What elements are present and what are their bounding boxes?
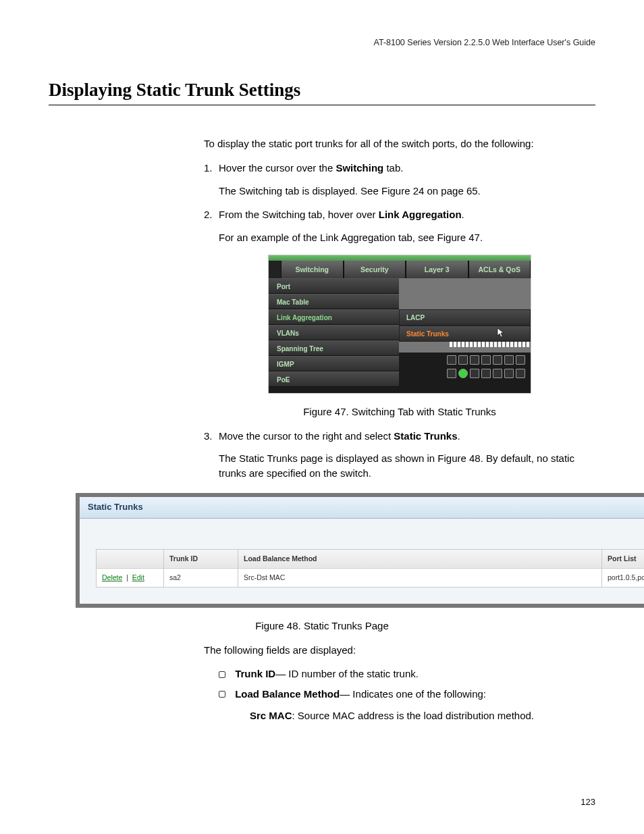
figure-47-caption: Figure 47. Switching Tab with Static Tru… xyxy=(204,405,595,419)
fig48-titlebar: Static Trunks xyxy=(80,497,644,519)
step-1-sub: The Switching tab is displayed. See Figu… xyxy=(219,184,595,199)
fig47-rightcol: LACP Static Trunks xyxy=(399,278,531,393)
fig47-greenbar xyxy=(269,255,531,261)
figure-47: Switching Security Layer 3 ACLs & QoS oa… xyxy=(268,255,531,394)
port-icon xyxy=(493,369,502,378)
submenu-static-trunks[interactable]: Static Trunks xyxy=(399,325,531,342)
field-srcmac: Src MAC: Source MAC address is the load … xyxy=(250,708,595,723)
fig47-tabrow: Switching Security Layer 3 ACLs & QoS xyxy=(269,261,531,278)
fig47-left-pad xyxy=(269,261,281,278)
port-icon xyxy=(470,369,479,378)
field-srcmac-label: Src MAC xyxy=(250,710,292,721)
fig47-ports xyxy=(399,353,531,393)
field-trunkid-label: Trunk ID xyxy=(235,668,275,679)
port-icon xyxy=(447,355,456,365)
tab-layer3[interactable]: Layer 3 xyxy=(406,261,468,278)
table-row: Delete | Edit sa2 Src-Dst MAC port1.0.5,… xyxy=(97,568,645,587)
step-1-b: Switching xyxy=(336,162,383,174)
menu-spanning-tree[interactable]: Spanning Tree xyxy=(269,340,399,356)
tab-switching[interactable]: Switching xyxy=(281,261,344,278)
port-icon xyxy=(447,369,456,378)
field-lbmethod-label: Load Balance Method xyxy=(235,688,340,700)
cell-trunkid: sa2 xyxy=(164,568,238,587)
cell-method: Src-Dst MAC xyxy=(238,568,602,587)
delete-link[interactable]: Delete xyxy=(102,573,122,581)
static-trunks-table: Trunk ID Load Balance Method Port List D… xyxy=(96,549,644,588)
step-1: 1.Hover the cursor over the Switching ta… xyxy=(204,161,595,199)
page-title: Displaying Static Trunk Settings xyxy=(49,80,595,105)
step-3: 3.Move the cursor to the right and selec… xyxy=(204,429,595,481)
step-2-sub: For an example of the Link Aggregation t… xyxy=(219,230,595,245)
port-icon xyxy=(458,355,468,365)
submenu-lacp[interactable]: LACP xyxy=(399,309,531,325)
fig47-porttoprow xyxy=(399,342,531,347)
menu-poe[interactable]: PoE xyxy=(269,371,399,387)
col-method: Load Balance Method xyxy=(238,549,602,568)
step-2-num: 2. xyxy=(204,207,219,222)
checkbox-icon xyxy=(219,671,225,678)
port-icon xyxy=(516,355,525,365)
step-3-b: Static Trunks xyxy=(394,430,457,442)
submenu-static-trunks-label: Static Trunks xyxy=(406,330,449,338)
step-1-a: Hover the cursor over the xyxy=(219,162,336,174)
checkbox-icon xyxy=(219,691,225,698)
step-3-a: Move the cursor to the right and select xyxy=(219,430,394,442)
cell-actions: Delete | Edit xyxy=(97,568,164,587)
step-1-num: 1. xyxy=(204,161,219,176)
menu-port[interactable]: Port xyxy=(269,278,399,294)
port-icon xyxy=(516,369,525,378)
step-2: 2.From the Switching tab, hover over Lin… xyxy=(204,207,595,245)
port-icon xyxy=(481,355,491,365)
step-1-c: tab. xyxy=(383,162,403,174)
field-trunkid-desc: — ID number of the static trunk. xyxy=(275,668,419,679)
menu-link-aggregation[interactable]: Link Aggregation xyxy=(269,309,399,325)
step-2-b: Link Aggregation xyxy=(379,209,462,220)
port-icon xyxy=(504,355,514,365)
field-trunkid: Trunk ID— ID number of the static trunk. xyxy=(219,667,595,681)
menu-igmp[interactable]: IGMP xyxy=(269,356,399,371)
step-3-sub: The Static Trunks page is displayed as s… xyxy=(219,451,595,481)
port-icon xyxy=(504,369,514,378)
tab-security[interactable]: Security xyxy=(344,261,406,278)
fig47-menucol: oa nda Port Mac Table Link Aggregation V… xyxy=(269,278,399,393)
table-header-row: Trunk ID Load Balance Method Port List xyxy=(97,549,645,568)
tab-acls-qos[interactable]: ACLs & QoS xyxy=(468,261,531,278)
intro-text: To display the static port trunks for al… xyxy=(204,136,595,151)
figure-48: Static Trunks Add Trunk ID Load Balance … xyxy=(76,493,644,608)
edit-link[interactable]: Edit xyxy=(132,573,144,581)
field-lbmethod-desc: — Indicates one of the following: xyxy=(340,688,486,700)
fields-intro: The following fields are displayed: xyxy=(204,643,595,658)
step-2-a: From the Switching tab, hover over xyxy=(219,209,379,220)
step-3-num: 3. xyxy=(204,429,219,444)
field-lbmethod: Load Balance Method— Indicates one of th… xyxy=(219,687,595,702)
port-icon xyxy=(493,355,502,365)
field-srcmac-desc: : Source MAC address is the load distrib… xyxy=(292,710,535,721)
step-3-c: . xyxy=(458,430,460,442)
figure-48-caption: Figure 48. Static Trunks Page xyxy=(49,619,595,633)
page-header: AT-8100 Series Version 2.2.5.0 Web Inter… xyxy=(49,38,595,47)
action-sep: | xyxy=(124,573,132,581)
cursor-icon xyxy=(495,328,504,344)
col-actions xyxy=(97,549,164,568)
port-icon xyxy=(481,369,491,378)
port-icon xyxy=(470,355,479,365)
port-icon-active xyxy=(458,369,468,378)
cell-ports: port1.0.5,port1.0.7 xyxy=(602,568,645,587)
col-portlist: Port List xyxy=(602,549,645,568)
col-trunkid: Trunk ID xyxy=(164,549,238,568)
step-2-c: . xyxy=(462,209,464,220)
menu-vlans[interactable]: VLANs xyxy=(269,325,399,340)
page-number: 123 xyxy=(581,797,595,807)
menu-mactable[interactable]: Mac Table xyxy=(269,294,399,309)
